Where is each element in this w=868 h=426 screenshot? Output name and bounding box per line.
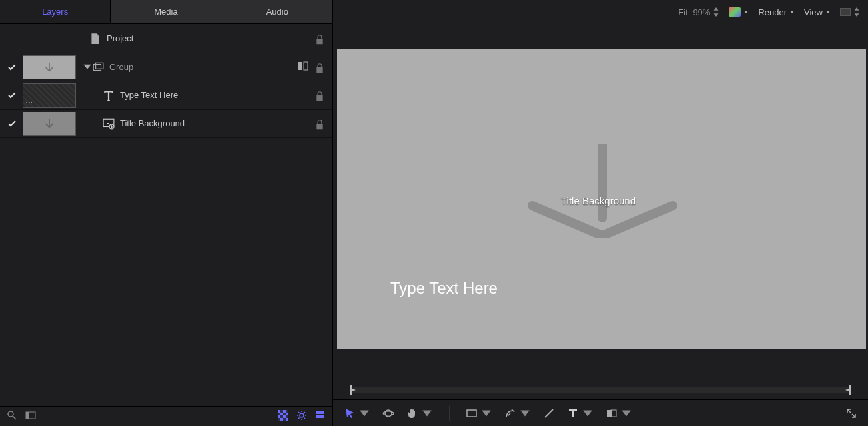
stepper-icon (713, 7, 719, 17)
chevron-down-icon (519, 407, 531, 419)
expand-icon[interactable] (845, 407, 857, 419)
chevron-down-icon (480, 407, 492, 419)
chevron-down-icon (620, 407, 632, 419)
group-thumbnail[interactable] (23, 55, 76, 79)
in-marker-icon[interactable] (349, 385, 356, 395)
chevron-down-icon (582, 407, 594, 419)
stack-icon[interactable] (315, 410, 326, 423)
svg-rect-20 (316, 415, 324, 418)
svg-rect-17 (286, 418, 288, 421)
gear-icon[interactable] (296, 410, 307, 423)
svg-rect-24 (607, 410, 612, 417)
title-background-row[interactable]: Title Background (0, 110, 332, 138)
mask-icon[interactable] (298, 61, 308, 73)
project-row[interactable]: Project (0, 24, 332, 53)
text-layer-thumbnail[interactable]: - - - (23, 83, 76, 108)
group-checkbox[interactable] (5, 64, 19, 71)
svg-rect-15 (283, 415, 286, 418)
fit-control[interactable]: Fit: 99% (678, 7, 719, 17)
fit-label: Fit: (678, 7, 690, 17)
chevron-down-icon (743, 9, 749, 15)
svg-rect-11 (283, 410, 286, 413)
layout-menu[interactable] (840, 7, 860, 17)
brush-tool[interactable] (543, 407, 555, 419)
fit-percent: 99% (693, 7, 710, 17)
svg-rect-8 (26, 412, 29, 419)
project-label: Project (107, 33, 315, 43)
text-tool[interactable] (567, 407, 594, 419)
svg-rect-16 (280, 418, 283, 421)
group-icon (92, 61, 104, 73)
checker-icon[interactable] (278, 410, 288, 423)
orbit-tool[interactable] (382, 407, 394, 419)
svg-rect-13 (286, 413, 288, 415)
svg-rect-1 (96, 63, 103, 69)
mini-timeline-bar (352, 387, 849, 393)
canvas-type-text[interactable]: Type Text Here (390, 279, 498, 298)
svg-rect-0 (93, 64, 101, 70)
render-label: Render (758, 7, 787, 17)
svg-rect-23 (467, 410, 476, 417)
svg-rect-2 (298, 62, 302, 70)
disclosure-triangle-icon[interactable] (83, 63, 92, 72)
group-label: Group (109, 62, 298, 72)
color-channel-button[interactable] (729, 7, 749, 17)
chevron-down-icon (421, 407, 433, 419)
panel-icon[interactable] (25, 410, 36, 423)
mask-tool[interactable] (606, 407, 632, 419)
tab-layers[interactable]: Layers (0, 0, 111, 23)
render-menu[interactable]: Render (758, 7, 795, 17)
svg-point-18 (300, 413, 304, 417)
tab-media[interactable]: Media (111, 0, 222, 23)
lock-icon[interactable] (315, 34, 324, 43)
text-icon (103, 89, 115, 101)
title-bg-label: Title Background (120, 118, 315, 128)
svg-rect-14 (278, 415, 280, 418)
svg-rect-3 (304, 62, 308, 70)
stepper-icon (853, 7, 860, 17)
pointer-tool[interactable] (344, 407, 370, 419)
chevron-down-icon (825, 9, 831, 15)
svg-rect-19 (316, 411, 324, 414)
lock-icon[interactable] (315, 91, 324, 100)
drop-arrow-icon (526, 144, 679, 238)
title-bg-thumbnail[interactable] (23, 112, 76, 136)
text-layer-row[interactable]: - - - Type Text Here (0, 81, 332, 110)
pen-tool[interactable] (504, 407, 531, 419)
view-menu[interactable]: View (804, 7, 831, 17)
separator (449, 406, 450, 421)
canvas-viewer[interactable]: Title Background Type Text Here (337, 49, 866, 349)
chevron-down-icon (789, 9, 795, 15)
title-bg-checkbox[interactable] (5, 120, 19, 127)
search-icon[interactable] (7, 410, 17, 423)
layout-icon (840, 8, 851, 16)
svg-rect-10 (278, 410, 280, 413)
lock-icon[interactable] (315, 63, 324, 72)
view-label: View (804, 7, 823, 17)
svg-rect-12 (280, 413, 283, 415)
color-wheel-icon (729, 7, 741, 17)
text-layer-label: Type Text Here (120, 90, 315, 100)
group-row[interactable]: Group (0, 53, 332, 81)
hand-tool[interactable] (406, 407, 433, 419)
lock-icon[interactable] (315, 119, 324, 128)
mini-timeline[interactable] (333, 382, 868, 399)
tab-audio[interactable]: Audio (222, 0, 332, 23)
out-marker-icon[interactable] (845, 385, 852, 395)
document-icon (89, 33, 101, 45)
chevron-down-icon (358, 407, 370, 419)
text-layer-checkbox[interactable] (5, 92, 19, 99)
placeholder-icon (103, 118, 115, 130)
rectangle-tool[interactable] (466, 407, 492, 419)
svg-point-6 (8, 411, 13, 417)
canvas-title-bg-label: Title Background (561, 195, 636, 206)
